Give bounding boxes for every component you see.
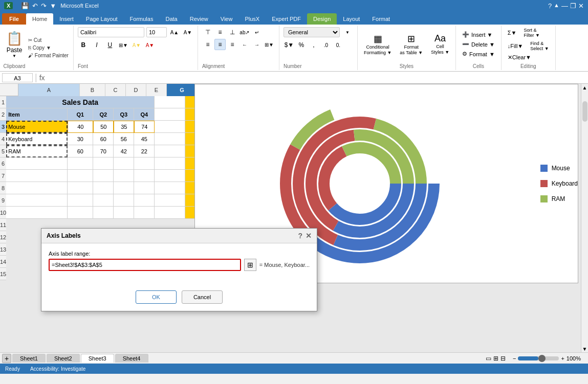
borders-button[interactable]: ⊞▼ [118, 39, 129, 51]
font-color-button[interactable]: A▼ [144, 39, 156, 51]
find-select-button[interactable]: Find &Select ▼ [527, 40, 552, 52]
copy-button[interactable]: ⎘ Copy ▼ [27, 44, 70, 51]
tab-expert-pdf[interactable]: Expert PDF [266, 13, 307, 25]
cell-f10[interactable] [155, 207, 185, 219]
axis-label-range-input[interactable] [49, 259, 241, 271]
cell-f7[interactable] [155, 170, 185, 182]
row-num-2[interactable]: 2 [0, 108, 6, 121]
tab-home[interactable]: Home [26, 13, 53, 25]
comma-button[interactable]: , [308, 39, 319, 51]
decrease-decimal-button[interactable]: 0. [333, 39, 344, 51]
minimize-icon[interactable]: — [561, 2, 568, 10]
align-right-button[interactable]: ≡ [227, 39, 238, 50]
cell-d4[interactable]: 56 [114, 133, 134, 145]
fill-color-button[interactable]: A▼ [131, 39, 142, 51]
row-num-6[interactable]: 6 [0, 157, 6, 170]
row-num-3[interactable]: 3 [0, 121, 6, 133]
cell-e8[interactable] [134, 182, 155, 194]
help-icon[interactable]: ? [548, 2, 552, 10]
fill-button[interactable]: ↓Fill▼ [505, 40, 526, 52]
row-num-10[interactable]: 10 [0, 207, 6, 219]
row-num-7[interactable]: 7 [0, 170, 6, 182]
sheet-tab-sheet4[interactable]: Sheet4 [115, 354, 148, 363]
cell-a7[interactable] [6, 170, 68, 182]
window-controls[interactable]: ? ▲ — ❐ ✕ [548, 2, 584, 10]
decrease-size-button[interactable]: A▼ [182, 27, 193, 38]
tab-formulas[interactable]: Formulas [124, 13, 160, 25]
cell-reference-box[interactable]: A3 [2, 73, 33, 82]
maximize-icon[interactable]: ❐ [570, 2, 576, 10]
ribbon-collapse-icon[interactable]: ▲ [554, 2, 559, 10]
zoom-slider[interactable] [518, 356, 559, 360]
increase-indent-button[interactable]: → [251, 39, 263, 50]
cell-f9[interactable] [155, 194, 185, 207]
middle-align-button[interactable]: ≡ [214, 27, 226, 38]
paste-dropdown-icon[interactable]: ▼ [12, 54, 16, 58]
sheet-tab-sheet1[interactable]: Sheet1 [12, 354, 46, 363]
number-format-select[interactable]: General Number Currency Percentage [284, 27, 340, 37]
cell-d3[interactable]: 35 [114, 121, 134, 133]
cell-f8[interactable] [155, 182, 185, 194]
sort-filter-button[interactable]: Sort &Filter ▼ [520, 27, 542, 39]
cell-b10[interactable] [68, 207, 93, 219]
cell-f3[interactable] [155, 121, 185, 133]
tab-file[interactable]: File [2, 13, 26, 25]
cell-c3[interactable]: 50 [93, 121, 114, 133]
zoom-slider-thumb[interactable] [538, 355, 546, 362]
increase-decimal-button[interactable]: .0 [320, 39, 332, 51]
cell-f1[interactable] [155, 96, 185, 108]
cell-e4[interactable]: 45 [134, 133, 155, 145]
cell-c5[interactable]: 70 [93, 145, 114, 157]
format-cells-button[interactable]: ⚙ Format ▼ [459, 50, 498, 58]
tab-format[interactable]: Format [366, 13, 396, 25]
cell-c9[interactable] [93, 194, 114, 207]
cell-c2[interactable]: Q2 [93, 108, 114, 121]
clear-button[interactable]: ✕Clear▼ [505, 53, 534, 62]
cell-c8[interactable] [93, 182, 114, 194]
cell-f2[interactable] [155, 108, 185, 121]
cell-a6[interactable] [6, 157, 68, 170]
cell-d5[interactable]: 42 [114, 145, 134, 157]
decrease-indent-button[interactable]: ← [239, 39, 250, 50]
row-num-4[interactable]: 4 [0, 133, 6, 145]
cell-a4[interactable]: Keyboard [6, 133, 68, 145]
number-format-dropdown[interactable]: ▼ [342, 27, 353, 38]
format-painter-button[interactable]: 🖌 Format Painter [27, 52, 70, 59]
cell-d9[interactable] [114, 194, 134, 207]
page-layout-view-button[interactable]: ⊞ [493, 355, 498, 362]
col-header-A[interactable]: A [18, 84, 80, 96]
wrap-text-button[interactable]: ↵ [251, 27, 263, 38]
dialog-close-button[interactable]: ✕ [306, 232, 312, 240]
tab-plusx[interactable]: PlusX [238, 13, 266, 25]
cell-e2[interactable]: Q4 [134, 108, 155, 121]
bottom-align-button[interactable]: ⊥ [227, 27, 238, 38]
col-header-C[interactable]: C [105, 84, 126, 96]
percent-button[interactable]: % [296, 39, 307, 51]
page-break-view-button[interactable]: ⊟ [500, 355, 506, 362]
dialog-help-button[interactable]: ? [298, 232, 302, 240]
orientation-button[interactable]: ab↗ [239, 27, 250, 38]
zoom-in-button[interactable]: + [561, 355, 564, 362]
cell-b8[interactable] [68, 182, 93, 194]
col-header-E[interactable]: E [146, 84, 167, 96]
cell-a9[interactable] [6, 194, 68, 207]
insert-cells-button[interactable]: ➕ Insert ▼ [459, 30, 498, 39]
tab-layout[interactable]: Layout [337, 13, 366, 25]
undo-icon[interactable]: ↶ [31, 2, 39, 10]
cell-a1[interactable]: Sales Data [6, 96, 155, 108]
range-select-button[interactable]: ⊞ [244, 259, 256, 271]
font-name-input[interactable] [78, 27, 144, 37]
format-as-table-button[interactable]: ⊞ Formatas Table ▼ [397, 31, 426, 58]
bold-button[interactable]: B [78, 39, 89, 51]
cut-button[interactable]: ✂ Cut [27, 37, 70, 43]
col-header-B[interactable]: B [80, 84, 105, 96]
cell-e10[interactable] [134, 207, 155, 219]
currency-button[interactable]: $▼ [284, 39, 295, 51]
cell-e5[interactable]: 22 [134, 145, 155, 157]
cell-d10[interactable] [114, 207, 134, 219]
top-align-button[interactable]: ⊤ [202, 27, 213, 38]
scrollbar-thumb[interactable] [582, 101, 587, 122]
cell-c7[interactable] [93, 170, 114, 182]
scroll-up-button[interactable]: ▲ [581, 84, 589, 91]
cell-b2[interactable]: Q1 [68, 108, 93, 121]
